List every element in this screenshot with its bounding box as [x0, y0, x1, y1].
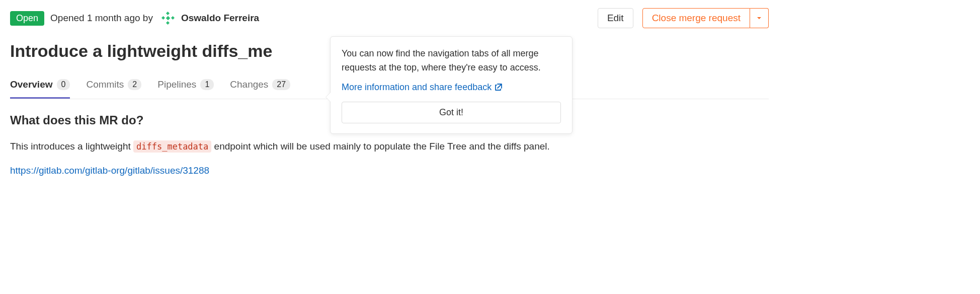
feature-popover: You can now find the navigation tabs of … [330, 36, 573, 134]
close-mr-dropdown[interactable] [750, 8, 769, 28]
popover-more-info-link[interactable]: More information and share feedback [342, 82, 503, 93]
desc-text: endpoint which will be used mainly to po… [211, 141, 549, 152]
tab-commits[interactable]: Commits 2 [86, 79, 141, 99]
popover-text: You can now find the navigation tabs of … [342, 47, 561, 75]
code-inline: diffs_metadata [133, 140, 211, 153]
issue-link[interactable]: https://gitlab.com/gitlab-org/gitlab/iss… [10, 165, 209, 176]
description-paragraph: This introduces a lightweight diffs_meta… [10, 139, 769, 154]
close-mr-group: Close merge request [642, 8, 769, 28]
tab-count-badge: 27 [272, 79, 290, 90]
got-it-button[interactable]: Got it! [342, 102, 561, 123]
tab-label: Commits [86, 79, 124, 90]
status-badge: Open [10, 11, 44, 26]
tab-overview[interactable]: Overview 0 [10, 79, 70, 99]
opened-text: Opened 1 month ago by [50, 13, 153, 24]
tab-label: Changes [230, 79, 268, 90]
popover-link-label: More information and share feedback [342, 82, 492, 93]
external-link-icon [495, 83, 503, 91]
avatar[interactable] [160, 10, 176, 26]
tab-count-badge: 1 [200, 79, 214, 90]
edit-button[interactable]: Edit [598, 8, 633, 28]
tab-label: Pipelines [157, 79, 196, 90]
tab-count-badge: 0 [57, 79, 70, 90]
close-mr-button[interactable]: Close merge request [642, 8, 750, 28]
tab-label: Overview [10, 79, 53, 90]
tab-pipelines[interactable]: Pipelines 1 [157, 79, 214, 99]
desc-text: This introduces a lightweight [10, 141, 133, 152]
tab-count-badge: 2 [128, 79, 141, 90]
tab-changes[interactable]: Changes 27 [230, 79, 290, 99]
author-name[interactable]: Oswaldo Ferreira [181, 13, 259, 24]
caret-down-icon [756, 15, 762, 21]
mr-header: Open Opened 1 month ago by Oswaldo Ferre… [10, 8, 769, 28]
